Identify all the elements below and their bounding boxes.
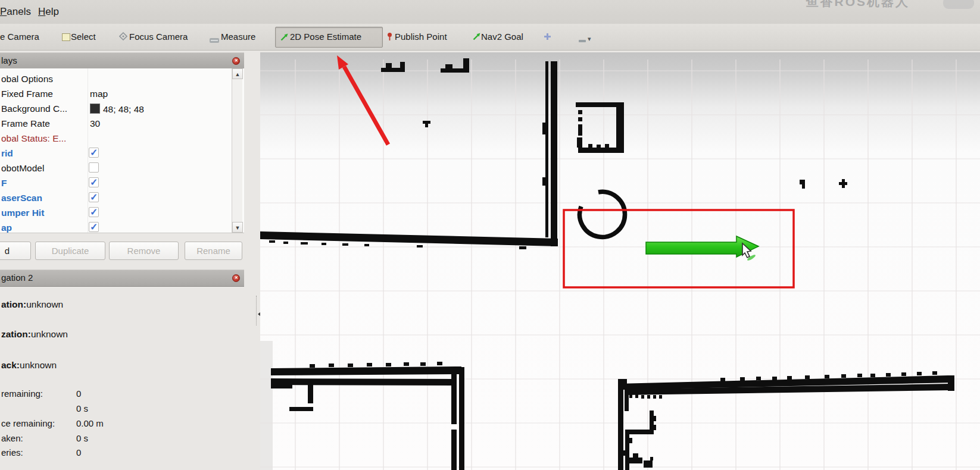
- navigation2-panel-title: gation 2: [1, 272, 33, 283]
- duplicate-button[interactable]: Duplicate: [35, 242, 105, 260]
- red-pin-icon: [386, 32, 393, 43]
- tree-row-bumper-hit[interactable]: umper Hit: [0, 206, 231, 221]
- tree-row-tf[interactable]: F: [0, 176, 231, 191]
- chevron-down-icon[interactable]: ▾: [588, 35, 591, 43]
- tree-row-global-options[interactable]: obal Options: [0, 72, 231, 87]
- remove-button[interactable]: Remove: [109, 242, 179, 260]
- stat-recoveries: eries:0: [1, 447, 23, 458]
- menu-help[interactable]: Help: [35, 5, 63, 19]
- navigation2-panel-header[interactable]: gation 2: [0, 270, 244, 287]
- tool-move-camera[interactable]: e Camera: [0, 32, 39, 42]
- select-box-icon: [62, 33, 70, 41]
- tool-focus-camera[interactable]: Focus Camera: [129, 32, 188, 42]
- displays-panel-header[interactable]: lays: [0, 52, 244, 70]
- close-icon[interactable]: [232, 57, 240, 65]
- menu-bar: Panels Help 鱼香ROS机器人: [0, 0, 980, 24]
- laserscan-checkbox[interactable]: [89, 192, 99, 202]
- green-arrow-icon: [472, 32, 481, 43]
- frame-rate-value[interactable]: 30: [90, 118, 100, 129]
- bumper-hit-checkbox[interactable]: [89, 207, 99, 217]
- navigation2-panel-body: ation:unknown zation:unknown ack:unknown…: [0, 286, 244, 470]
- measure-icon: [210, 35, 219, 45]
- panel-splitter[interactable]: [256, 296, 257, 325]
- tree-row-map[interactable]: ap: [0, 221, 231, 233]
- stat-remaining: remaining:0: [1, 388, 43, 399]
- menu-panels[interactable]: Panels: [0, 5, 35, 19]
- background-color-value[interactable]: 48; 48; 48: [90, 104, 144, 115]
- map-checkbox[interactable]: [89, 222, 99, 232]
- tree-row-robotmodel[interactable]: obotModel: [0, 161, 231, 176]
- tool-select[interactable]: Select: [71, 32, 96, 42]
- watermark-logo: [943, 0, 974, 9]
- scroll-up-icon[interactable]: ▲: [232, 68, 243, 79]
- minus-dropdown-icon[interactable]: [579, 35, 586, 45]
- tool-publish-point[interactable]: Publish Point: [395, 32, 447, 42]
- tree-row-laserscan[interactable]: aserScan: [0, 191, 231, 206]
- tool-2d-pose-estimate-label: 2D Pose Estimate: [290, 32, 361, 42]
- tf-checkbox[interactable]: [89, 177, 99, 187]
- tool-measure[interactable]: Measure: [221, 32, 255, 42]
- scroll-down-icon[interactable]: ▼: [232, 222, 243, 233]
- tree-row-global-status[interactable]: obal Status: E...: [0, 131, 231, 146]
- map-unknown-area: [260, 341, 273, 470]
- rename-button[interactable]: Rename: [185, 242, 242, 260]
- tool-2d-pose-estimate[interactable]: 2D Pose Estimate: [275, 27, 383, 48]
- map-wall-gap: [451, 424, 457, 430]
- color-swatch: [90, 104, 100, 114]
- grid-checkbox[interactable]: [89, 148, 99, 158]
- green-arrow-icon: [280, 33, 289, 44]
- watermark-text: 鱼香ROS机器人: [806, 0, 910, 10]
- tree-row-background-color[interactable]: Background C...48; 48; 48: [0, 102, 231, 117]
- tree-scrollbar[interactable]: ▲ ▼: [232, 68, 242, 233]
- displays-panel-title: lays: [1, 55, 17, 65]
- tree-row-grid[interactable]: rid: [0, 146, 231, 161]
- close-icon[interactable]: [232, 274, 240, 282]
- tree-row-frame-rate[interactable]: Frame Rate30: [0, 117, 231, 131]
- feedback-status: ack:unknown: [1, 360, 57, 371]
- stat-time-taken: aken:0 s: [1, 433, 23, 443]
- toolbar: e Camera Select Focus Camera Measure 2D …: [0, 24, 980, 51]
- fixed-frame-value[interactable]: map: [90, 89, 108, 99]
- add-button[interactable]: d: [0, 242, 31, 260]
- render-viewport[interactable]: [260, 52, 980, 470]
- localization-status: zation:unknown: [1, 329, 68, 340]
- displays-tree: obal Options Fixed Framemap Background C…: [0, 68, 244, 233]
- robotmodel-checkbox[interactable]: [89, 162, 99, 173]
- plus-icon[interactable]: [543, 32, 552, 43]
- tree-row-fixed-frame[interactable]: Fixed Framemap: [0, 87, 231, 102]
- navigation-status: ation:unknown: [1, 299, 63, 310]
- stat-distance-remaining: ce remaining:0.00 m: [1, 418, 55, 428]
- tool-nav2-goal[interactable]: Nav2 Goal: [481, 32, 523, 42]
- focus-crosshair-icon: [119, 32, 127, 43]
